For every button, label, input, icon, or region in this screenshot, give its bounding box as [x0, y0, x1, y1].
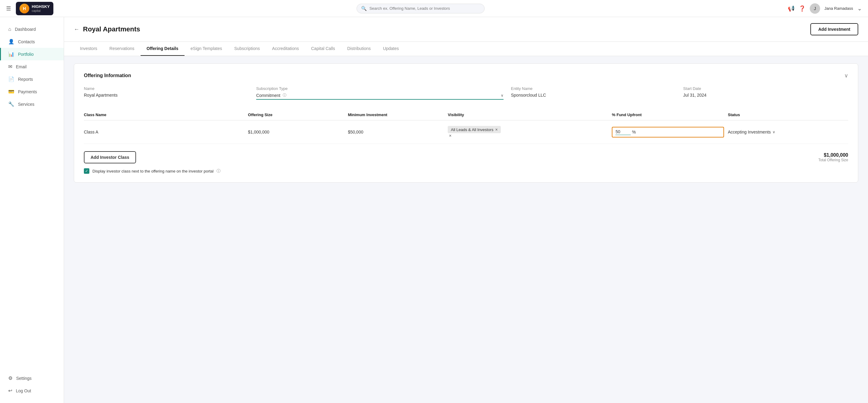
col-class-name: Class Name [84, 112, 244, 117]
fund-upfront-percent-label: % [632, 130, 636, 134]
field-date-value: Jul 31, 2024 [683, 93, 848, 98]
checkbox-check-icon: ✓ [85, 169, 88, 173]
sidebar-item-payments[interactable]: 💳 Payments [0, 86, 64, 98]
collapse-icon[interactable]: ∨ [844, 72, 848, 79]
search-bar[interactable]: 🔍 [356, 4, 485, 13]
checkbox-label-text: Display investor class next to the offer… [92, 169, 214, 173]
sidebar-item-contacts[interactable]: 👤 Contacts [0, 35, 64, 48]
email-icon: ✉ [8, 64, 12, 69]
footer-row: Add Investor Class $1,000,000 Total Offe… [84, 151, 848, 163]
sidebar-label-dashboard: Dashboard [15, 27, 36, 32]
back-button[interactable]: ← [74, 26, 79, 33]
sidebar-label-portfolio: Portfolio [18, 52, 34, 57]
display-class-checkbox[interactable]: ✓ [84, 168, 89, 174]
services-icon: 🔧 [8, 101, 14, 107]
sidebar-item-email[interactable]: ✉ Email [0, 60, 64, 73]
add-investment-button[interactable]: Add Investment [810, 23, 858, 35]
visibility-clear-icon[interactable]: × [449, 133, 452, 138]
field-date-label: Start Date [683, 86, 848, 91]
tab-offering-details[interactable]: Offering Details [141, 42, 185, 56]
col-offering-size: Offering Size [248, 112, 344, 117]
tab-distributions[interactable]: Distributions [341, 42, 377, 56]
tab-updates[interactable]: Updates [377, 42, 405, 56]
table-row: Class A $1,000,000 $50,000 All Leads & A… [84, 121, 848, 144]
classes-table-header: Class Name Offering Size Minimum Investm… [84, 109, 848, 121]
page-header: ← Royal Apartments Add Investment [64, 17, 868, 42]
reports-icon: 📄 [8, 76, 14, 82]
checkbox-help-icon[interactable]: ⓘ [217, 168, 220, 174]
sidebar-label-logout: Log Out [16, 389, 31, 393]
col-visibility: Visibility [448, 112, 608, 117]
sidebar-item-dashboard[interactable]: ⌂ Dashboard [0, 23, 64, 35]
status-arrow-icon[interactable]: ∨ [773, 130, 775, 134]
sidebar: ⌂ Dashboard 👤 Contacts 📊 Portfolio ✉ Ema… [0, 17, 64, 403]
tab-accreditations[interactable]: Accreditations [266, 42, 305, 56]
sidebar-item-reports[interactable]: 📄 Reports [0, 73, 64, 86]
hamburger-icon[interactable]: ☰ [6, 5, 11, 12]
field-entity-name: Entity Name Sponsorcloud LLC [511, 86, 676, 100]
offering-info-card: Offering Information ∨ Name Royal Apartm… [74, 63, 858, 182]
tab-investors[interactable]: Investors [74, 42, 103, 56]
visibility-tag-text: All Leads & All Investors [451, 127, 493, 132]
tab-subscriptions[interactable]: Subscriptions [228, 42, 266, 56]
checkbox-row: ✓ Display investor class next to the off… [84, 168, 848, 174]
help-icon[interactable]: ❓ [799, 5, 805, 12]
visibility-tag-remove-icon[interactable]: × [495, 127, 498, 132]
field-start-date: Start Date Jul 31, 2024 [683, 86, 848, 100]
sidebar-item-services[interactable]: 🔧 Services [0, 98, 64, 110]
col-minimum-investment: Minimum Investment [348, 112, 444, 117]
cell-visibility: All Leads & All Investors × × [448, 126, 608, 138]
page-title: Royal Apartments [83, 25, 140, 33]
add-investor-class-button[interactable]: Add Investor Class [84, 151, 136, 163]
subscription-type-dropdown[interactable]: Commitment ⓘ ∨ [256, 93, 503, 100]
sidebar-label-email: Email [16, 64, 27, 69]
tab-esign[interactable]: eSign Templates [185, 42, 228, 56]
search-input[interactable] [369, 6, 480, 11]
portfolio-icon: 📊 [8, 51, 14, 57]
total-offering-block: $1,000,000 Total Offering Size [818, 153, 848, 162]
settings-icon: ⚙ [8, 375, 12, 381]
page-header-left: ← Royal Apartments [74, 25, 140, 33]
sidebar-item-settings[interactable]: ⚙ Settings [0, 372, 64, 384]
status-dropdown[interactable]: Accepting Investments ∨ [728, 130, 848, 134]
cell-fund-upfront: % [612, 127, 724, 137]
avatar[interactable]: J [810, 3, 820, 14]
nav-left: ☰ H HIGHSKY capital [6, 2, 53, 15]
sidebar-label-contacts: Contacts [18, 39, 35, 44]
cell-minimum-investment: $50,000 [348, 130, 444, 134]
sidebar-label-payments: Payments [18, 89, 37, 94]
fund-upfront-box[interactable]: % [612, 127, 724, 137]
notifications-icon[interactable]: 📢 [788, 5, 795, 12]
sidebar-label-services: Services [18, 102, 34, 107]
col-fund-upfront: % Fund Upfront [612, 112, 724, 117]
card-header: Offering Information ∨ [84, 72, 848, 79]
logout-icon: ↩ [8, 388, 12, 394]
fund-upfront-input[interactable] [616, 129, 631, 135]
sidebar-item-logout[interactable]: ↩ Log Out [0, 384, 64, 397]
subscription-arrow-icon[interactable]: ∨ [501, 93, 503, 98]
logo[interactable]: H HIGHSKY capital [16, 2, 53, 15]
sidebar-label-settings: Settings [16, 376, 32, 381]
total-label: Total Offering Size [818, 158, 848, 162]
payments-icon: 💳 [8, 89, 14, 95]
logo-name: HIGHSKY [32, 4, 50, 9]
cell-class-name: Class A [84, 130, 244, 134]
search-icon: 🔍 [361, 6, 367, 11]
nav-right: 📢 ❓ J Jana Ramadass ⌄ [788, 3, 862, 14]
field-entity-value: Sponsorcloud LLC [511, 93, 676, 98]
field-subscription-type: Subscription Type Commitment ⓘ ∨ [256, 86, 503, 100]
tab-reservations[interactable]: Reservations [103, 42, 141, 56]
tab-capital-calls[interactable]: Capital Calls [305, 42, 341, 56]
tabs-bar: Investors Reservations Offering Details … [64, 42, 868, 56]
user-name: Jana Ramadass [825, 6, 853, 11]
subscription-help-icon[interactable]: ⓘ [283, 93, 286, 98]
col-status: Status [728, 112, 848, 117]
user-menu-icon[interactable]: ⌄ [857, 5, 862, 12]
cell-status: Accepting Investments ∨ [728, 130, 848, 134]
nav-center: 🔍 [58, 4, 783, 13]
logo-icon: H [20, 4, 29, 13]
top-navigation: ☰ H HIGHSKY capital 🔍 📢 ❓ J Jana Ramadas… [0, 0, 868, 17]
sidebar-item-portfolio[interactable]: 📊 Portfolio [0, 48, 64, 60]
field-name-label: Name [84, 86, 249, 91]
offering-info-grid: Name Royal Apartments Subscription Type … [84, 86, 848, 100]
